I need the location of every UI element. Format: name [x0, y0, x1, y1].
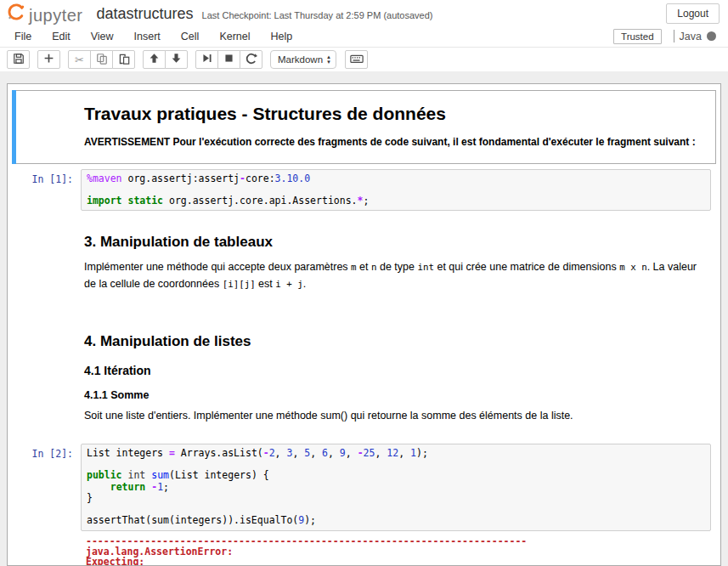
cut-cell-button[interactable]: ✂ — [68, 50, 91, 69]
stop-icon — [223, 53, 234, 66]
code-cell-1[interactable]: In [1]: %maven org.assertj:assertj-core:… — [12, 164, 716, 217]
section411-heading: 4.1.1 Somme — [84, 389, 704, 401]
kernel-divider — [674, 30, 674, 42]
error-output: ----------------------------------------… — [86, 536, 708, 566]
arrow-down-icon — [171, 53, 182, 66]
output-area: ----------------------------------------… — [81, 531, 711, 566]
menu-file[interactable]: File — [14, 31, 31, 42]
run-cell-button[interactable] — [195, 50, 218, 69]
section4-paragraph: Soit une liste d'entiers. Implémenter un… — [84, 408, 704, 424]
menu-insert[interactable]: Insert — [134, 31, 161, 42]
select-arrows-icon: ▲▼ — [326, 54, 331, 65]
keyboard-icon — [350, 53, 364, 67]
checkpoint-status: Last Checkpoint: Last Thursday at 2:59 P… — [202, 7, 433, 20]
kernel-name: Java — [680, 31, 702, 42]
header: jupyter datastructures Last Checkpoint: … — [0, 0, 728, 71]
selected-cell-indicator — [12, 90, 16, 164]
trusted-badge[interactable]: Trusted — [613, 29, 662, 44]
section3-paragraph: Implémenter une méthode qui accepte deux… — [84, 259, 704, 292]
save-icon — [13, 53, 25, 67]
menu-kernel[interactable]: Kernel — [219, 31, 250, 42]
plus-icon — [43, 53, 54, 66]
warning-text: AVERTISSEMENT Pour l'exécution correcte … — [84, 134, 704, 150]
jupyter-logo[interactable]: jupyter — [7, 3, 83, 25]
copy-icon — [96, 53, 108, 67]
menu-cell[interactable]: Cell — [181, 31, 200, 42]
cell-type-value: Markdown — [278, 54, 323, 65]
notebook-h1-title: Travaux pratiques - Structures de donnée… — [84, 104, 704, 124]
section3-heading: 3. Manipulation de tableaux — [84, 234, 704, 251]
input-prompt-1: In [1]: — [17, 169, 81, 212]
command-palette-button[interactable] — [345, 50, 368, 69]
move-cell-up-button[interactable] — [143, 50, 166, 69]
code-input-1[interactable]: %maven org.assertj:assertj-core:3.10.0 i… — [81, 169, 711, 212]
paste-icon — [118, 53, 130, 67]
notebook-container: Travaux pratiques - Structures de donnée… — [7, 83, 721, 566]
section41-heading: 4.1 Itération — [84, 364, 704, 377]
add-cell-button[interactable] — [37, 50, 60, 69]
notebook-site: Travaux pratiques - Structures de donnée… — [0, 71, 728, 566]
code-input-2[interactable]: List integers = Arrays.asList(-2, 3, 5, … — [81, 444, 711, 531]
move-cell-down-button[interactable] — [165, 50, 188, 69]
menu-help[interactable]: Help — [271, 31, 293, 42]
restart-icon — [245, 53, 257, 67]
kernel-status-icon — [707, 31, 716, 41]
section4-heading: 4. Manipulation de listes — [84, 333, 704, 350]
copy-cell-button[interactable] — [90, 50, 113, 69]
markdown-cell-intro[interactable]: Travaux pratiques - Structures de donnée… — [12, 90, 716, 164]
header-bar: jupyter datastructures Last Checkpoint: … — [0, 0, 728, 25]
interrupt-kernel-button[interactable] — [217, 50, 240, 69]
run-icon — [201, 53, 212, 66]
logout-button[interactable]: Logout — [666, 3, 720, 24]
markdown-cell-section3[interactable]: 3. Manipulation de tableaux Implémenter … — [12, 216, 716, 306]
jupyter-logo-icon — [7, 3, 25, 25]
markdown-cell-section4[interactable]: 4. Manipulation de listes 4.1 Itération … — [12, 306, 716, 438]
save-button[interactable] — [7, 50, 30, 69]
menu-edit[interactable]: Edit — [52, 31, 71, 42]
paste-cell-button[interactable] — [112, 50, 135, 69]
menu-view[interactable]: View — [91, 31, 114, 42]
notebook-title[interactable]: datastructures — [97, 5, 194, 23]
restart-kernel-button[interactable] — [240, 50, 262, 69]
input-prompt-2: In [2]: — [17, 444, 81, 531]
code-cell-2[interactable]: In [2]: List integers = Arrays.asList(-2… — [12, 439, 716, 566]
toolbar: ✂ — [0, 48, 728, 71]
scissors-icon: ✂ — [75, 54, 84, 66]
menubar-right: Trusted Java — [613, 29, 720, 44]
menubar: File Edit View Insert Cell Kernel Help T… — [0, 25, 728, 48]
jupyter-logo-text: jupyter — [29, 6, 83, 25]
cell-type-select[interactable]: Markdown ▲▼ — [270, 50, 336, 69]
arrow-up-icon — [149, 53, 160, 66]
